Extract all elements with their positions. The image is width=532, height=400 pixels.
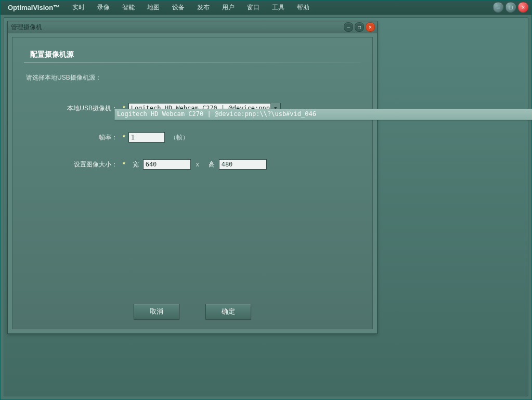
manage-camera-window: 管理摄像机 – □ × 配置摄像机源 请选择本地USB摄像机源： 本地USB摄像… bbox=[7, 21, 378, 334]
minimize-icon: – bbox=[497, 4, 500, 10]
required-mark: * bbox=[123, 134, 125, 141]
menu-user[interactable]: 用户 bbox=[216, 1, 241, 14]
child-close-button[interactable]: × bbox=[366, 22, 375, 32]
child-titlebar[interactable]: 管理摄像机 – □ × bbox=[8, 21, 377, 33]
child-window-title: 管理摄像机 bbox=[11, 23, 42, 32]
workspace: 管理摄像机 – □ × 配置摄像机源 请选择本地USB摄像机源： 本地USB摄像… bbox=[4, 17, 528, 396]
menu-publish[interactable]: 发布 bbox=[191, 1, 216, 14]
cancel-button-label: 取消 bbox=[150, 307, 163, 316]
label-fps: 帧率： bbox=[24, 133, 120, 142]
fps-input[interactable] bbox=[128, 132, 165, 143]
menu-help[interactable]: 帮助 bbox=[291, 1, 316, 14]
minimize-icon: – bbox=[347, 24, 350, 30]
label-height: 高 bbox=[209, 160, 215, 169]
ok-button[interactable]: 确定 bbox=[205, 304, 251, 319]
menu-tools[interactable]: 工具 bbox=[266, 1, 291, 14]
child-minimize-button[interactable]: – bbox=[344, 22, 353, 32]
menu-record[interactable]: 录像 bbox=[91, 1, 116, 14]
menu-window[interactable]: 窗口 bbox=[241, 1, 266, 14]
width-input[interactable] bbox=[143, 159, 191, 170]
close-icon: × bbox=[369, 24, 372, 30]
source-prompt: 请选择本地USB摄像机源： bbox=[26, 73, 361, 82]
window-controls: – □ × bbox=[493, 2, 528, 12]
minimize-button[interactable]: – bbox=[493, 2, 503, 12]
maximize-button[interactable]: □ bbox=[505, 2, 516, 12]
child-window-controls: – □ × bbox=[344, 22, 375, 32]
dialog-button-row: 取消 确定 bbox=[12, 304, 372, 319]
section-divider bbox=[24, 62, 361, 63]
height-input[interactable] bbox=[219, 159, 267, 170]
camera-dropdown-option[interactable]: Logitech HD Webcam C270 | @device:pnp:\\… bbox=[114, 109, 532, 120]
menu-realtime[interactable]: 实时 bbox=[66, 1, 91, 14]
menu-device[interactable]: 设备 bbox=[166, 1, 191, 14]
menubar: OptimalVision™ 实时 录像 智能 地图 设备 发布 用户 窗口 工… bbox=[1, 1, 531, 15]
section-header: 配置摄像机源 bbox=[30, 50, 361, 59]
app-brand: OptimalVision™ bbox=[1, 4, 66, 11]
close-icon: × bbox=[522, 4, 525, 10]
fps-unit: （帧） bbox=[170, 133, 189, 142]
row-fps: 帧率： * （帧） bbox=[24, 131, 361, 144]
child-maximize-button[interactable]: □ bbox=[355, 22, 364, 32]
required-mark: * bbox=[123, 161, 125, 168]
maximize-icon: □ bbox=[509, 4, 513, 10]
ok-button-label: 确定 bbox=[222, 307, 235, 316]
menu-ai[interactable]: 智能 bbox=[116, 1, 141, 14]
label-width: 宽 bbox=[133, 160, 139, 169]
maximize-icon: □ bbox=[358, 24, 361, 30]
dimension-separator: x bbox=[196, 161, 199, 168]
close-button[interactable]: × bbox=[518, 2, 528, 12]
child-body: 配置摄像机源 请选择本地USB摄像机源： 本地USB摄像机： * Logitec… bbox=[12, 37, 373, 329]
app-window: OptimalVision™ 实时 录像 智能 地图 设备 发布 用户 窗口 工… bbox=[0, 0, 532, 400]
cancel-button[interactable]: 取消 bbox=[134, 304, 179, 319]
label-camera: 本地USB摄像机： bbox=[24, 104, 120, 113]
menu-map[interactable]: 地图 bbox=[141, 1, 166, 14]
label-image-size: 设置图像大小： bbox=[24, 160, 120, 169]
row-image-size: 设置图像大小： * 宽 x 高 bbox=[24, 158, 361, 171]
